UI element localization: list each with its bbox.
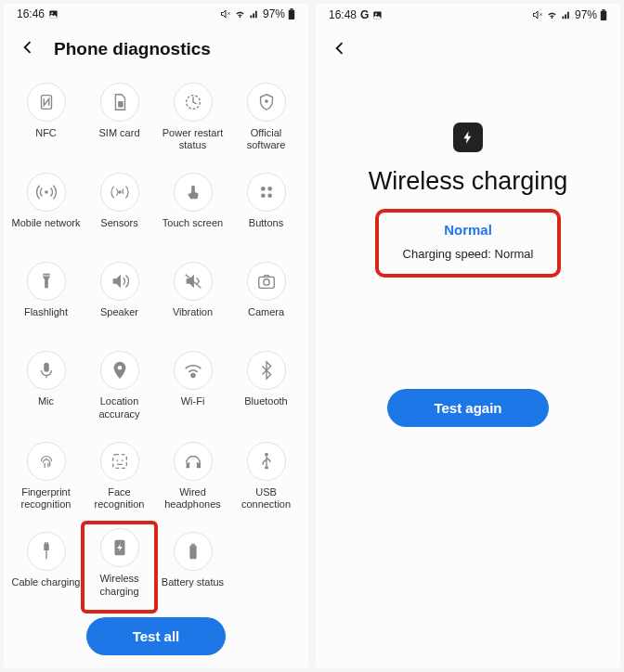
diag-item-battery[interactable]: Battery status: [156, 524, 229, 610]
svg-rect-3: [290, 8, 292, 10]
location-icon: [100, 351, 139, 390]
status-battery: 97%: [263, 7, 285, 20]
diag-label: Flashlight: [24, 306, 68, 330]
diag-item-speaker[interactable]: Speaker: [83, 254, 156, 340]
svg-rect-2: [289, 9, 294, 19]
svg-rect-28: [44, 544, 49, 550]
diag-label: Wired headphones: [158, 486, 228, 512]
face-icon: [100, 442, 139, 481]
svg-point-35: [376, 13, 378, 15]
svg-rect-21: [112, 454, 126, 468]
diag-label: Vibration: [173, 306, 213, 330]
bolt-icon: [100, 528, 139, 567]
diag-label: Wi-Fi: [181, 395, 205, 420]
diag-item-cable[interactable]: Cable charging: [9, 524, 83, 610]
status-time: 16:46: [17, 7, 45, 20]
status-bar: 16:46 97%: [4, 4, 308, 25]
buttons-icon: [247, 173, 286, 212]
diag-label: Fingerprint recognition: [11, 486, 81, 512]
diag-item-shield[interactable]: Official software: [229, 75, 303, 162]
phone-diagnostics-screen: 16:46 97% Phone diagnostics NFC SIM card…: [4, 4, 308, 668]
diag-label: USB connection: [231, 486, 301, 512]
fingerprint-icon: [27, 442, 66, 481]
diag-label: SIM card: [98, 127, 139, 151]
mute-icon: [532, 9, 543, 20]
flashlight-icon: [27, 262, 66, 301]
camera-icon: [247, 262, 286, 301]
nfc-icon: [27, 83, 66, 122]
shield-icon: [247, 83, 286, 122]
svg-rect-25: [197, 462, 200, 468]
svg-point-17: [263, 279, 268, 285]
diag-label: Speaker: [100, 306, 138, 330]
svg-point-7: [265, 99, 268, 103]
header: [316, 26, 620, 71]
svg-point-22: [116, 459, 118, 461]
diag-label: Power restart status: [158, 127, 228, 153]
status-battery: 97%: [575, 8, 597, 21]
diag-label: NFC: [35, 127, 57, 151]
diag-item-mic[interactable]: Mic: [9, 343, 83, 431]
svg-rect-33: [191, 544, 195, 546]
sim-icon: [100, 83, 139, 122]
diag-item-sensors[interactable]: Sensors: [83, 165, 156, 251]
diag-label: Touch screen: [162, 217, 223, 241]
svg-point-20: [191, 374, 194, 377]
wifi-icon: [546, 10, 558, 20]
diag-label: Mic: [38, 395, 54, 420]
status-time: 16:48: [329, 8, 357, 21]
svg-rect-36: [601, 10, 606, 19]
result-highlight: Normal Charging speed: Normal: [375, 209, 562, 278]
diag-item-bolt[interactable]: Wireless charging: [81, 521, 158, 614]
diag-item-power[interactable]: Power restart status: [156, 75, 229, 162]
diag-label: Mobile network: [12, 217, 81, 241]
battery-icon: [288, 8, 295, 20]
svg-point-13: [267, 193, 272, 198]
gallery-icon: [48, 9, 58, 19]
diag-item-bluetooth[interactable]: Bluetooth: [229, 343, 303, 431]
diag-label: Wireless charging: [84, 573, 154, 599]
diag-item-sim[interactable]: SIM card: [83, 75, 156, 162]
svg-rect-30: [46, 542, 47, 545]
diag-label: Location accuracy: [84, 395, 154, 421]
diag-label: Official software: [231, 127, 301, 153]
diag-label: Cable charging: [12, 576, 81, 601]
speaker-icon: [100, 262, 139, 301]
wireless-charging-result-screen: 16:48 G 97% Wireless charging Normal Cha…: [316, 4, 620, 668]
diag-item-camera[interactable]: Camera: [229, 254, 303, 340]
svg-point-11: [267, 187, 272, 191]
svg-point-10: [261, 187, 266, 191]
diag-item-antenna[interactable]: Mobile network: [9, 165, 83, 251]
signal-icon: [249, 9, 260, 19]
svg-rect-29: [45, 542, 46, 545]
diag-item-wifi[interactable]: Wi-Fi: [156, 343, 229, 431]
signal-icon: [561, 10, 572, 20]
svg-rect-14: [43, 276, 49, 277]
test-all-button[interactable]: Test all: [86, 617, 227, 655]
svg-rect-37: [602, 9, 604, 11]
svg-rect-32: [189, 546, 196, 560]
cable-icon: [27, 532, 66, 571]
battery-icon: [174, 532, 213, 571]
result-status: Normal: [403, 222, 534, 238]
diag-item-vibration[interactable]: Vibration: [156, 254, 229, 340]
svg-rect-18: [44, 363, 49, 372]
diag-item-location[interactable]: Location accuracy: [83, 343, 156, 431]
svg-point-23: [121, 459, 123, 461]
diag-item-buttons[interactable]: Buttons: [229, 165, 303, 251]
result-detail: Charging speed: Normal: [403, 247, 534, 261]
svg-rect-24: [186, 462, 188, 468]
diag-item-touch[interactable]: Touch screen: [156, 165, 229, 251]
back-button[interactable]: [329, 37, 351, 63]
diag-item-headphones[interactable]: Wired headphones: [156, 434, 229, 522]
test-again-button[interactable]: Test again: [387, 389, 548, 427]
diag-item-nfc[interactable]: NFC: [9, 75, 83, 162]
vibration-icon: [174, 262, 213, 301]
diag-item-face[interactable]: Face recognition: [83, 434, 156, 522]
diag-item-usb[interactable]: USB connection: [229, 434, 303, 522]
svg-point-9: [118, 190, 122, 194]
diag-label: Buttons: [249, 217, 283, 241]
diag-item-flashlight[interactable]: Flashlight: [9, 254, 83, 340]
back-button[interactable]: [17, 36, 39, 62]
diag-item-fingerprint[interactable]: Fingerprint recognition: [9, 434, 83, 522]
